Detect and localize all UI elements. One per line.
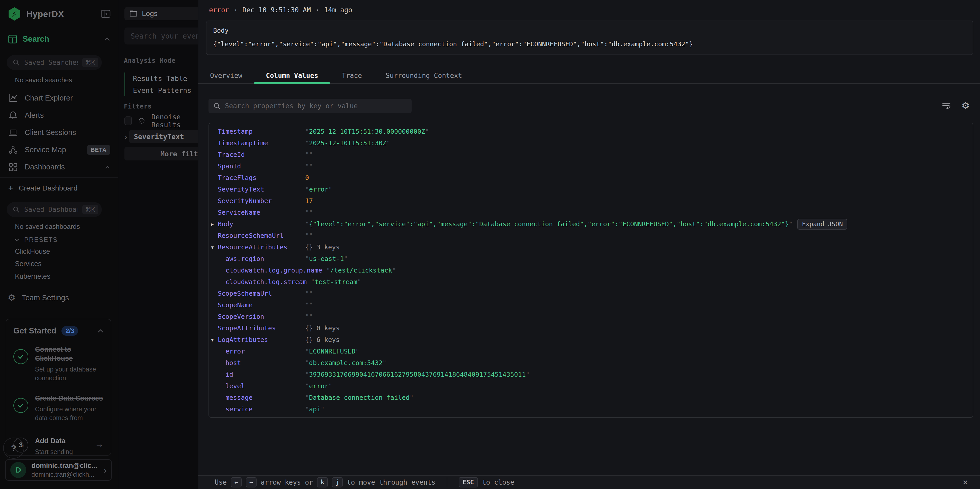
beta-badge: BETA [87, 145, 110, 155]
table-row[interactable]: ScopeAttributes{}0 keys [209, 322, 973, 334]
question-icon: ? [11, 443, 16, 453]
sidebar-item-client-sessions[interactable]: Client Sessions [0, 124, 118, 141]
table-row[interactable]: id"3936933170699041670661627958043769141… [209, 369, 973, 380]
table-row[interactable]: cloudwatch.log.group.name"/test/clicksta… [209, 264, 973, 276]
get-started-step-connect[interactable]: Connect to ClickHouse Set up your databa… [13, 345, 103, 382]
check-circle-icon [13, 349, 28, 364]
property-value: "db.example.com:5432" [305, 359, 387, 366]
table-row[interactable]: ▶Body"{"level":"error","service":"api","… [209, 218, 973, 230]
service-map-icon [8, 145, 18, 155]
settings-icon[interactable]: ⚙ [961, 101, 970, 110]
property-value: "" [305, 232, 313, 239]
chevron-up-icon[interactable] [105, 165, 110, 169]
property-value: "" [305, 313, 313, 320]
property-key: SeverityNumber [218, 197, 305, 205]
table-row[interactable]: ▼ResourceAttributes{}3 keys [209, 241, 973, 253]
sidebar-item-search[interactable]: Search [8, 31, 110, 47]
property-value: "error" [305, 186, 332, 193]
row-expander-icon[interactable]: ▶ [211, 221, 218, 227]
logs-filter-column: Logs Analysis Mode Results Table Event P… [118, 0, 203, 489]
chevron-up-icon[interactable] [97, 329, 103, 333]
tab-overview[interactable]: Overview [198, 68, 254, 83]
divider [0, 49, 118, 49]
no-saved-searches-text: No saved searches [15, 76, 72, 84]
table-row[interactable]: TimestampTime"2025-12-10T15:51:30Z" [209, 137, 973, 149]
property-value: {}0 keys [305, 325, 340, 332]
property-key: ScopeVersion [218, 313, 305, 320]
table-row[interactable]: service"api" [209, 403, 973, 415]
property-key: message [226, 394, 305, 401]
property-key: TimestampTime [218, 139, 305, 147]
sidebar-item-service-map[interactable]: Service Map BETA [0, 141, 118, 158]
preset-services[interactable]: Services [15, 258, 41, 270]
table-row[interactable]: host"db.example.com:5432" [209, 357, 973, 369]
table-row[interactable]: Timestamp"2025-12-10T15:51:30.000000000Z… [209, 126, 973, 137]
create-dashboard-button[interactable]: + Create Dashboard [8, 182, 78, 195]
preset-clickhouse[interactable]: ClickHouse [15, 245, 50, 257]
table-row[interactable]: error"ECONNREFUSED" [209, 346, 973, 357]
property-value: "" [305, 151, 313, 158]
expand-json-button[interactable]: Expand JSON [797, 219, 847, 229]
row-expander-icon[interactable]: ▼ [211, 337, 218, 342]
analysis-mode-results-table[interactable]: Results Table [125, 73, 191, 84]
get-started-step-sources[interactable]: Create Data Sources Configure where your… [13, 394, 103, 422]
chevron-up-icon[interactable] [104, 37, 110, 41]
saved-searches-field[interactable] [24, 59, 78, 66]
table-row[interactable]: TraceFlags0 [209, 172, 973, 183]
preset-kubernetes[interactable]: Kubernetes [15, 271, 50, 282]
properties-search-field[interactable] [225, 102, 407, 110]
sidebar-item-alerts[interactable]: Alerts [0, 107, 118, 124]
denoise-checkbox[interactable] [124, 116, 132, 125]
row-expander-icon[interactable]: ▼ [211, 245, 218, 250]
step-desc: Configure where your data comes from [35, 405, 103, 422]
property-key: error [226, 347, 305, 355]
footer-text: arrow keys or [261, 478, 313, 486]
saved-searches-input[interactable]: ⌘K [7, 55, 102, 70]
close-icon[interactable]: ✕ [963, 477, 968, 487]
table-row[interactable]: ScopeVersion"" [209, 311, 973, 322]
sidebar-item-dashboards[interactable]: Dashboards [0, 158, 118, 175]
table-row[interactable]: cloudwatch.log.stream"test-stream" [209, 276, 973, 288]
table-row[interactable]: SeverityText"error" [209, 183, 973, 195]
table-row[interactable]: ScopeSchemaUrl"" [209, 288, 973, 299]
tab-surrounding-context[interactable]: Surrounding Context [374, 68, 474, 83]
divider [0, 177, 118, 178]
table-row[interactable]: level"error" [209, 380, 973, 392]
property-value: "Database connection failed" [305, 394, 414, 401]
saved-dashboards-field[interactable] [24, 205, 78, 213]
property-table: Timestamp"2025-12-10T15:51:30.000000000Z… [208, 123, 973, 418]
sidebar-collapse-icon[interactable] [100, 8, 111, 19]
source-selector-label: Logs [142, 10, 158, 18]
wrap-lines-icon[interactable] [942, 101, 951, 111]
property-value: 0 [305, 174, 309, 182]
tab-column-values[interactable]: Column Values [254, 68, 330, 83]
sidebar-item-team-settings[interactable]: ⚙ Team Settings [8, 291, 69, 304]
presets-toggle[interactable]: PRESETS [14, 236, 58, 244]
denoise-filter-row[interactable]: Denoise Results [124, 115, 203, 127]
tab-trace[interactable]: Trace [330, 68, 374, 83]
severity-level-text: error [209, 6, 229, 14]
table-row[interactable]: SeverityNumber17 [209, 195, 973, 207]
property-key: TraceFlags [218, 174, 305, 182]
table-row[interactable]: ResourceSchemaUrl"" [209, 230, 973, 241]
analysis-mode-event-patterns[interactable]: Event Patterns [125, 84, 191, 96]
table-row[interactable]: message"Database connection failed" [209, 392, 973, 403]
properties-search-input[interactable] [208, 99, 412, 113]
severity-filter-row[interactable]: › SeverityText [124, 130, 209, 143]
table-row[interactable]: aws.region"us-east-1" [209, 253, 973, 264]
bell-icon [8, 111, 18, 120]
sidebar-item-chart-explorer[interactable]: Chart Explorer [0, 89, 118, 107]
table-row[interactable]: ScopeName"" [209, 299, 973, 311]
braces-icon: {} [305, 336, 313, 344]
body-card-label: Body [213, 27, 966, 34]
help-button[interactable]: ? [3, 438, 24, 459]
table-row[interactable]: ▼LogAttributes{}6 keys [209, 334, 973, 346]
table-row[interactable]: ServiceName"" [209, 207, 973, 218]
get-started-step-add-data[interactable]: 3 Add Data Start sending logs, metrics, … [13, 436, 103, 456]
logo-row: ⚡ HyperDX [8, 6, 111, 22]
user-menu[interactable]: D dominic.tran@clic... dominic.tran@clic… [5, 459, 112, 481]
table-row[interactable]: SpanId"" [209, 161, 973, 172]
property-value: 17 [305, 197, 313, 205]
table-row[interactable]: TraceId"" [209, 149, 973, 161]
saved-dashboards-input[interactable]: ⌘K [7, 202, 102, 217]
